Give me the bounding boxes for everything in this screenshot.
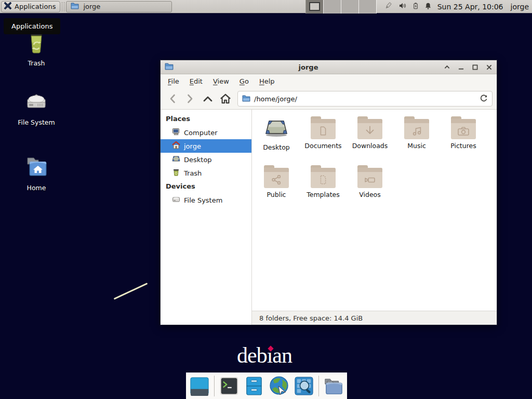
xfce-applications-icon (4, 2, 12, 11)
file-item-label: Documents (304, 142, 341, 150)
workspace-1[interactable] (306, 0, 324, 14)
battery-charging-icon[interactable] (412, 1, 419, 12)
documents-folder-icon (311, 116, 336, 139)
sidebar-item-label: File System (184, 196, 222, 204)
applications-menu-label: Applications (15, 3, 56, 10)
sidebar-item-desktop[interactable]: Desktop (161, 153, 251, 166)
desktop-icon-home[interactable]: Home (11, 154, 61, 192)
applications-tooltip: Applications (4, 18, 60, 34)
file-manager-launcher[interactable] (244, 376, 264, 396)
workspace-window-thumb (309, 2, 320, 11)
downloads-folder-icon (357, 116, 382, 139)
menubar: File Edit View Go Help (161, 74, 497, 88)
file-item-templates[interactable]: Templates (300, 165, 347, 205)
volume-icon[interactable] (398, 2, 407, 11)
sidebar: Places Computer jorge Desktop (161, 110, 252, 325)
menu-go[interactable]: Go (234, 75, 254, 87)
trash-icon (172, 168, 180, 178)
reload-button[interactable] (480, 94, 488, 104)
taskbar-window-label: jorge (83, 3, 100, 10)
public-folder-icon (264, 165, 289, 188)
file-manager-window: jorge File Edit View Go Help (160, 60, 497, 325)
sidebar-item-label: jorge (184, 142, 201, 150)
sidebar-item-label: Computer (184, 129, 218, 137)
desktop-icon-trash[interactable]: Trash (11, 29, 61, 67)
window-titlebar[interactable]: jorge (161, 60, 497, 74)
videos-folder-icon (357, 165, 382, 188)
file-item-desktop[interactable]: Desktop (253, 116, 300, 156)
maximize-button[interactable] (471, 63, 478, 71)
file-item-documents[interactable]: Documents (300, 116, 347, 156)
desktop-icon-label: Trash (11, 59, 61, 67)
menu-edit[interactable]: Edit (184, 75, 208, 87)
dock-panel (186, 373, 347, 399)
up-button[interactable] (200, 91, 216, 107)
workspace-3[interactable] (341, 0, 359, 14)
file-item-music[interactable]: Music (393, 116, 440, 156)
back-button[interactable] (165, 91, 180, 107)
window-folder-icon (165, 62, 174, 72)
toolbar: /home/jorge/ (161, 88, 497, 110)
file-item-pictures[interactable]: Pictures (440, 116, 487, 156)
dock-separator (214, 376, 215, 396)
user-home-icon (172, 141, 180, 151)
file-item-label: Pictures (450, 142, 476, 150)
file-item-label: Videos (359, 191, 381, 198)
workspace-4[interactable] (359, 0, 377, 14)
folders-launcher[interactable] (323, 376, 344, 396)
workspace-pager[interactable] (305, 0, 377, 14)
file-item-videos[interactable]: Videos (347, 165, 393, 205)
app-finder-launcher[interactable] (294, 376, 314, 396)
system-tray (383, 1, 432, 12)
desktop-icon-file-system[interactable]: File System (11, 88, 61, 126)
file-item-label: Desktop (263, 143, 290, 151)
sidebar-item-label: Desktop (184, 156, 212, 164)
terminal-launcher[interactable] (219, 376, 240, 396)
top-panel: Applications jorge Sun 25 Apr, 10:06 jor… (0, 0, 532, 14)
home-button[interactable] (218, 91, 233, 107)
sidebar-item-trash[interactable]: Trash (161, 166, 251, 180)
stylus-icon[interactable] (383, 1, 393, 12)
home-folder-icon (11, 154, 61, 180)
applications-menu-button[interactable]: Applications (1, 1, 60, 12)
sidebar-item-file-system[interactable]: File System (161, 193, 251, 207)
minimize-button[interactable] (457, 63, 464, 71)
music-folder-icon (404, 116, 429, 139)
close-button[interactable] (485, 63, 493, 71)
sidebar-item-label: Trash (184, 169, 202, 177)
desktop-icon (172, 155, 180, 164)
taskbar-window-button[interactable]: jorge (66, 1, 172, 12)
location-bar[interactable]: /home/jorge/ (237, 91, 493, 107)
sidebar-item-computer[interactable]: Computer (161, 126, 251, 139)
folder-icon (71, 2, 79, 11)
files-pane-column: Desktop Documents Do (252, 110, 497, 325)
forward-button[interactable] (182, 91, 198, 107)
menu-help[interactable]: Help (254, 75, 280, 87)
menu-view[interactable]: View (208, 75, 234, 87)
files-grid: Desktop Documents Do (252, 110, 497, 311)
web-browser-launcher[interactable] (269, 376, 289, 396)
location-path[interactable]: /home/jorge/ (254, 95, 476, 103)
dock-separator (318, 376, 319, 396)
sidebar-item-jorge[interactable]: jorge (161, 139, 251, 153)
show-desktop-button[interactable] (189, 376, 210, 396)
panel-username[interactable]: jorge (511, 3, 529, 11)
desktop-icon-label: Home (11, 184, 61, 192)
panel-clock[interactable]: Sun 25 Apr, 10:06 (437, 3, 503, 11)
statusbar: 8 folders, Free space: 14.4 GiB (252, 311, 497, 325)
notifications-bell-icon[interactable] (424, 2, 432, 12)
file-item-public[interactable]: Public (253, 165, 300, 205)
file-item-downloads[interactable]: Downloads (347, 116, 393, 156)
menu-file[interactable]: File (163, 75, 184, 87)
panel-handle[interactable] (62, 2, 64, 11)
folder-icon (242, 95, 250, 103)
shade-button[interactable] (443, 63, 450, 71)
workspace-2[interactable] (324, 0, 341, 14)
desktop-icon-label: File System (11, 118, 61, 126)
desktop-special-icon (264, 116, 289, 141)
window-body: Places Computer jorge Desktop (161, 110, 497, 325)
hard-drive-icon (11, 88, 61, 115)
file-item-label: Music (407, 142, 426, 150)
debian-logo: debıan (237, 343, 292, 368)
drive-icon (172, 195, 180, 205)
